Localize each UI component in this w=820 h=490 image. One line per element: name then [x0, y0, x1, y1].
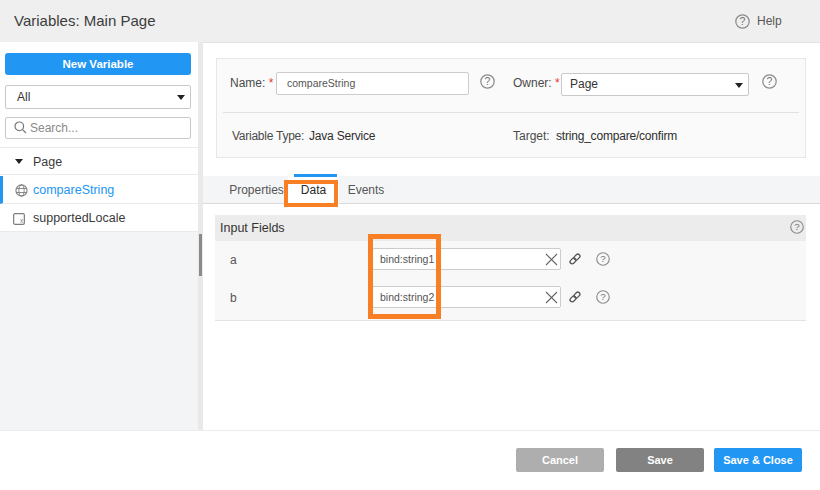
- svg-text:?: ?: [485, 75, 491, 87]
- svg-text:?: ?: [740, 15, 746, 27]
- svg-text:?: ?: [767, 75, 773, 87]
- svg-text:?: ?: [600, 253, 606, 264]
- svg-text:?: ?: [600, 291, 606, 302]
- svg-text:?: ?: [794, 221, 800, 232]
- svg-text:x: x: [20, 217, 24, 224]
